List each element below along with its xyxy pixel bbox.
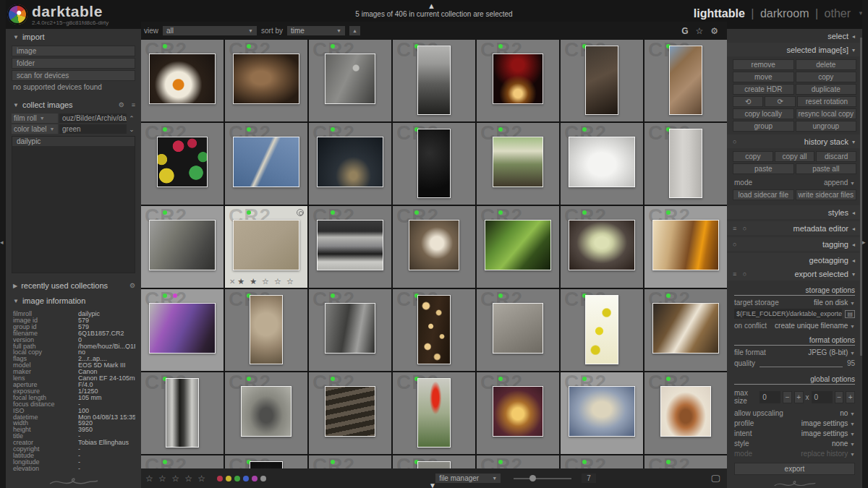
- thumbnail-cell-forsythia[interactable]: CR2: [561, 289, 643, 371]
- increment-button[interactable]: +: [794, 391, 804, 403]
- thumbnail-cell-crocus-sprouts[interactable]: CR2: [477, 123, 559, 205]
- rule-value-input[interactable]: green: [59, 124, 127, 134]
- selected-create-hdr-button[interactable]: create HDR: [733, 84, 794, 95]
- thumbnail-cell-empty[interactable]: CR2: [644, 455, 727, 468]
- target-storage-value[interactable]: file on disk: [814, 299, 848, 307]
- color-label-dot[interactable]: [217, 476, 223, 481]
- thumbnail-image-crane-emblem[interactable]: [250, 295, 283, 364]
- selected---button[interactable]: ⟳: [765, 96, 795, 107]
- thumbnail-image-spaniel-dog[interactable]: [652, 303, 719, 354]
- thumbnail-cell-spaniel-dog[interactable]: CR2: [644, 289, 727, 371]
- edit-path-icon[interactable]: ▤: [845, 310, 855, 318]
- selected-ungroup-button[interactable]: ungroup: [796, 121, 857, 132]
- thumbnail-image-arch-ruins-bw[interactable]: [241, 386, 292, 437]
- star-rating-filter[interactable]: ☆ ☆ ☆ ☆ ☆: [145, 474, 207, 484]
- thumbnail-cell-stone-arch-narrow[interactable]: CR2: [141, 372, 224, 454]
- collection-list[interactable]: dailypic: [12, 136, 135, 273]
- thumbnail-image-fern-leaves[interactable]: [485, 220, 551, 270]
- thumbnail-cell-empty[interactable]: CR2: [561, 455, 643, 468]
- selected-resync-local-copy-button[interactable]: resync local copy: [796, 108, 857, 119]
- rule-mode-icon[interactable]: ⌃: [128, 115, 135, 122]
- mode-lighttable[interactable]: lighttable: [694, 7, 745, 20]
- top-panel-expander-icon[interactable]: ▲: [427, 1, 435, 10]
- thumbnail-cell-empty[interactable]: CR2: [477, 455, 559, 468]
- thumbnail-cell-graffiti-wall[interactable]: CR2: [477, 289, 559, 371]
- thumbnail-cell-ornate-doorway[interactable]: CR2: [644, 372, 727, 454]
- selected-move-button[interactable]: move: [733, 72, 794, 82]
- rule-field-dropdown[interactable]: film roll ▼: [12, 114, 58, 123]
- export-option-mode[interactable]: modereplace history ▼: [727, 448, 862, 458]
- thumbnail-image-guitar-picks[interactable]: [157, 137, 208, 187]
- history-stack-header[interactable]: ○ history stack ▾: [727, 134, 862, 148]
- thumbnail-cell-wood-shingles[interactable]: CR2: [309, 372, 391, 454]
- thumbnail-cell-red-lamp-dark[interactable]: CR2: [477, 40, 559, 121]
- thumbnail-image-willow-catkins[interactable]: [233, 137, 299, 187]
- import-section-header[interactable]: ▼ import: [6, 29, 141, 44]
- thumbnail-cell-staircase-bw[interactable]: CR2: [393, 40, 475, 121]
- thumbnail-image-wood-shingles[interactable]: [325, 386, 375, 437]
- max-width-input[interactable]: 0: [760, 391, 780, 403]
- thumbnail-cell-sink[interactable]: CR2: [561, 123, 643, 205]
- thumbnail-image-hand-object[interactable]: [325, 53, 375, 104]
- thumbnail-cell-gravel-texture[interactable]: CR2✕★ ★ ☆ ☆ ☆: [225, 206, 307, 288]
- thumbnail-image-purple-hair[interactable]: [149, 303, 216, 354]
- collect-section-header[interactable]: ▼ collect images ⚙ ≡: [6, 97, 141, 112]
- thumbnail-cell-shell-in-hands[interactable]: CR2: [561, 372, 643, 454]
- thumbnail-cell-cracked-wall[interactable]: CR2: [644, 123, 727, 205]
- selected-delete-button[interactable]: delete: [796, 59, 857, 70]
- collapse-left-panel-icon[interactable]: ◂: [0, 239, 4, 246]
- thumbnail-cell-dark-still-life[interactable]: CR2: [393, 123, 475, 205]
- export-selected-header[interactable]: ≡ ○ export selected ▾: [727, 267, 862, 281]
- thumbnail-cell-red-tulip[interactable]: CR2: [393, 372, 475, 454]
- thumbnail-image-owl-carving[interactable]: [233, 53, 299, 104]
- thumbnail-image-fabric-closeup[interactable]: [325, 303, 375, 354]
- on-conflict-row[interactable]: on conflict create unique filename ▼: [727, 320, 862, 330]
- mode-other[interactable]: other: [825, 7, 851, 20]
- export-header-icons[interactable]: ≡ ○: [733, 270, 749, 278]
- rule-mode-icon[interactable]: ⌄: [128, 126, 135, 133]
- thumbnail-image-dark-top[interactable]: [250, 461, 283, 468]
- history-copy-button[interactable]: copy: [733, 151, 773, 162]
- color-label-dot[interactable]: [260, 476, 266, 481]
- zoom-slider[interactable]: [514, 478, 571, 479]
- thumbnail-cell-arch-ruins-bw[interactable]: CR2: [225, 372, 307, 454]
- thumbnail-cell-candle-jar[interactable]: CR2: [477, 372, 559, 454]
- thumbnail-cell-boar[interactable]: CR2: [561, 40, 643, 121]
- thumbnail-image-forsythia[interactable]: [585, 295, 618, 364]
- thumbnail-image-string-lights[interactable]: [417, 295, 451, 364]
- option-value[interactable]: none: [832, 440, 848, 448]
- thumbnail-settings-icon[interactable]: ⚙: [710, 26, 718, 36]
- sort-dropdown[interactable]: time ▼: [287, 26, 345, 35]
- thumbnail-cell-fabric-closeup[interactable]: CR2: [309, 289, 391, 371]
- history-discard-button[interactable]: discard: [816, 151, 856, 162]
- thumbnail-image-skateboarder-bw[interactable]: [149, 220, 216, 270]
- thumbnail-image-deer-eye[interactable]: [669, 46, 702, 115]
- thumbnail-image-candle-jar[interactable]: [493, 386, 543, 437]
- thumbnail-image-sink[interactable]: [569, 137, 635, 187]
- presets-icon[interactable]: ⚙: [119, 101, 124, 108]
- view-dropdown[interactable]: all ▼: [163, 26, 257, 35]
- rule-field-dropdown[interactable]: color label ▼: [12, 124, 58, 134]
- option-value[interactable]: image settings: [801, 419, 848, 427]
- thumbnail-cell-gray-top[interactable]: CR2: [393, 455, 475, 468]
- module-header-geotagging[interactable]: geotagging◂: [727, 253, 862, 267]
- selected-images-header[interactable]: selected image[s] ▾: [727, 43, 862, 56]
- quality-slider-track[interactable]: [760, 360, 843, 367]
- selected-copy-locally-button[interactable]: copy locally: [733, 108, 794, 119]
- selected-copy-button[interactable]: copy: [796, 72, 857, 82]
- file-format-row[interactable]: file format JPEG (8-bit) ▼: [727, 347, 862, 357]
- thumbnail-image-ashtray-smoke[interactable]: [317, 137, 383, 187]
- color-label-dot[interactable]: [252, 476, 258, 481]
- thumbnail-image-boar[interactable]: [585, 46, 618, 115]
- thumbnail-cell-round-sign-wires[interactable]: CR2: [393, 206, 475, 288]
- export-option-intent[interactable]: intentimage settings ▼: [727, 428, 862, 438]
- right-panel-edge[interactable]: ▸: [862, 0, 868, 488]
- bottom-panel-expander-icon[interactable]: ▼: [429, 481, 436, 488]
- menu-icon[interactable]: ≡: [132, 101, 135, 108]
- thumbnail-image-graffiti-wall[interactable]: [493, 303, 543, 354]
- collection-list-item[interactable]: dailypic: [12, 137, 135, 146]
- thumbnail-image-dark-still-life[interactable]: [417, 129, 451, 198]
- zoom-value[interactable]: 7: [582, 474, 596, 483]
- export-button[interactable]: export: [734, 463, 855, 475]
- sort-direction-button[interactable]: ▲: [349, 26, 360, 35]
